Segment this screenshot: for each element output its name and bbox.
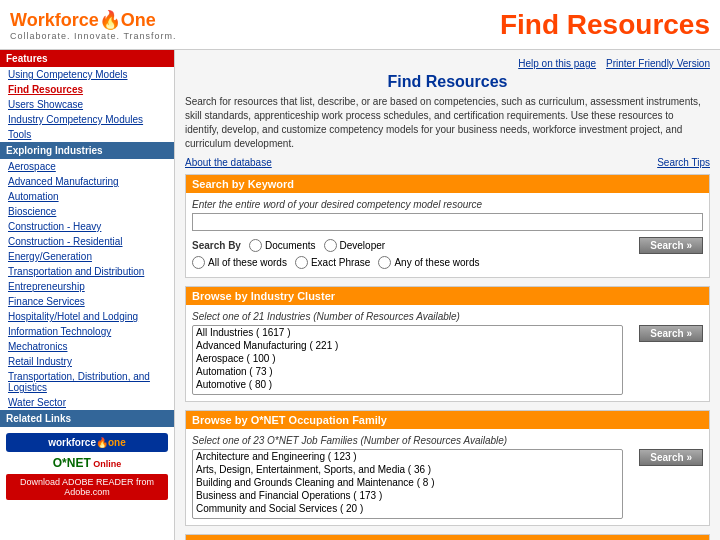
search-by-label: Search By [192,240,241,251]
industry-option-4[interactable]: Automotive ( 80 ) [193,378,622,391]
sidebar-item-tdl[interactable]: Transportation, Distribution, and Logist… [0,369,174,395]
onet-option-4[interactable]: Community and Social Services ( 20 ) [193,502,622,515]
industry-label: Select one of 21 Industries (Number of R… [192,311,703,322]
keyword-header: Search by Keyword [186,175,709,193]
sidebar-logos: workforce🔥one O*NET Online Download ADOB… [0,427,174,506]
industry-header: Browse by Industry Cluster [186,287,709,305]
search-by-row: Search By Documents Developer Search » [192,237,703,254]
help-link[interactable]: Help on this page [518,58,596,69]
logo-highlight: 🔥One [99,10,156,30]
related-header: Related Links [0,410,174,427]
radio-exact-phrase-label: Exact Phrase [311,257,370,268]
sidebar-item-entrepreneurship[interactable]: Entrepreneurship [0,279,174,294]
content-area: Help on this page Printer Friendly Versi… [175,50,720,540]
sidebar-item-retail[interactable]: Retail Industry [0,354,174,369]
industry-section: Browse by Industry Cluster Select one of… [185,286,710,402]
onet-content: Select one of 23 O*NET Job Families (Num… [186,429,709,525]
sidebar-item-it[interactable]: Information Technology [0,324,174,339]
main-layout: Features Using Competency Models Find Re… [0,50,720,540]
onet-option-1[interactable]: Arts, Design, Entertainment, Sports, and… [193,463,622,476]
radio-all-words[interactable]: All of these words [192,256,287,269]
content-title: Find Resources [185,73,710,91]
radio-exact-phrase-input[interactable] [295,256,308,269]
sidebar-item-mechatronics[interactable]: Mechatronics [0,339,174,354]
onet-section: Browse by O*NET Occupation Family Select… [185,410,710,526]
sidebar-item-automation[interactable]: Automation [0,189,174,204]
industry-select-row: All Industries ( 1617 ) Advanced Manufac… [192,325,703,395]
sidebar-item-construction-residential[interactable]: Construction - Residential [0,234,174,249]
onet-option-0[interactable]: Architecture and Engineering ( 123 ) [193,450,622,463]
industry-option-1[interactable]: Advanced Manufacturing ( 221 ) [193,339,622,352]
radio-any-words[interactable]: Any of these words [378,256,479,269]
onet-header: Browse by O*NET Occupation Family [186,411,709,429]
radio-all-words-input[interactable] [192,256,205,269]
sidebar-item-finance[interactable]: Finance Services [0,294,174,309]
printer-link[interactable]: Printer Friendly Version [606,58,710,69]
sidebar-item-using-competency[interactable]: Using Competency Models [0,67,174,82]
sidebar-item-water[interactable]: Water Sector [0,395,174,410]
logo-area: Workforce 🔥One Collaborate. Innovate. Tr… [10,9,177,41]
sidebar-item-hospitality[interactable]: Hospitality/Hotel and Lodging [0,309,174,324]
keyword-content: Enter the entire word of your desired co… [186,193,709,277]
radio-exact-phrase[interactable]: Exact Phrase [295,256,370,269]
resource-section: Browse by Resource Type Select one of 10… [185,534,710,540]
radio-any-words-label: Any of these words [394,257,479,268]
content-description: Search for resources that list, describe… [185,95,710,151]
onet-option-3[interactable]: Business and Financial Operations ( 173 … [193,489,622,502]
sidebar-item-advanced-manufacturing[interactable]: Advanced Manufacturing [0,174,174,189]
about-link[interactable]: About the database [185,157,272,168]
radio-developer-input[interactable] [324,239,337,252]
onet-select-row: Architecture and Engineering ( 123 ) Art… [192,449,703,519]
features-header: Features [0,50,174,67]
resource-header: Browse by Resource Type [186,535,709,540]
search-tips-link[interactable]: Search Tips [657,157,710,168]
onet-search-button[interactable]: Search » [639,449,703,466]
onet-select[interactable]: Architecture and Engineering ( 123 ) Art… [192,449,623,519]
keyword-label: Enter the entire word of your desired co… [192,199,703,210]
logo-tagline: Collaborate. Innovate. Transform. [10,31,177,41]
sidebar-item-bioscience[interactable]: Bioscience [0,204,174,219]
sidebar-item-find-resources[interactable]: Find Resources [0,82,174,97]
industry-content: Select one of 21 Industries (Number of R… [186,305,709,401]
exploring-header: Exploring Industries [0,142,174,159]
header: Workforce 🔥One Collaborate. Innovate. Tr… [0,0,720,50]
industry-option-0[interactable]: All Industries ( 1617 ) [193,326,622,339]
radio-documents[interactable]: Documents [249,239,316,252]
radio-developer-label: Developer [340,240,386,251]
radio-documents-label: Documents [265,240,316,251]
top-links: Help on this page Printer Friendly Versi… [185,58,710,69]
logo-workforce: Workforce [10,10,99,30]
sidebar: Features Using Competency Models Find Re… [0,50,175,540]
industry-option-2[interactable]: Aerospace ( 100 ) [193,352,622,365]
onet-label: Select one of 23 O*NET Job Families (Num… [192,435,703,446]
page-header-title: Find Resources [500,9,710,41]
sidebar-item-users-showcase[interactable]: Users Showcase [0,97,174,112]
about-row: About the database Search Tips [185,157,710,168]
industry-search-button[interactable]: Search » [639,325,703,342]
industry-select[interactable]: All Industries ( 1617 ) Advanced Manufac… [192,325,623,395]
keyword-input[interactable] [192,213,703,231]
sidebar-item-industry-competency[interactable]: Industry Competency Modules [0,112,174,127]
sidebar-item-transportation[interactable]: Transportation and Distribution [0,264,174,279]
onet-logo: O*NET Online [6,456,168,470]
adobe-logo: Download ADOBE READER from Adobe.com [6,474,168,500]
radio-any-words-input[interactable] [378,256,391,269]
keyword-section: Search by Keyword Enter the entire word … [185,174,710,278]
radio-all-words-label: All of these words [208,257,287,268]
logo-text: Workforce 🔥One [10,9,177,31]
radio-developer[interactable]: Developer [324,239,386,252]
industry-option-3[interactable]: Automation ( 73 ) [193,365,622,378]
sidebar-item-construction-heavy[interactable]: Construction - Heavy [0,219,174,234]
radio-documents-input[interactable] [249,239,262,252]
sidebar-item-tools[interactable]: Tools [0,127,174,142]
search-match-row: All of these words Exact Phrase Any of t… [192,256,703,269]
onet-option-2[interactable]: Building and Grounds Cleaning and Mainte… [193,476,622,489]
sidebar-item-aerospace[interactable]: Aerospace [0,159,174,174]
workforce-one-logo: workforce🔥one [6,433,168,452]
keyword-search-button[interactable]: Search » [639,237,703,254]
sidebar-item-energy[interactable]: Energy/Generation [0,249,174,264]
